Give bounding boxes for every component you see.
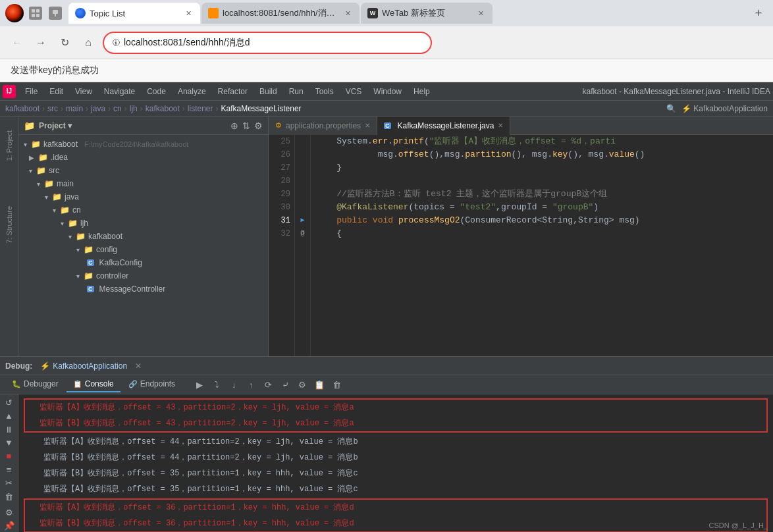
tab-group-icon[interactable] — [29, 7, 42, 20]
debug-btn-6[interactable]: ⚙ — [295, 377, 309, 392]
debug-stop-btn[interactable]: ■ — [2, 451, 16, 462]
file-tree: ▾ 📁 kafkaboot F:\myCode2024\kafka\kafkab… — [18, 135, 268, 356]
debug-pause-btn[interactable]: ⏸ — [2, 424, 16, 435]
new-tab-button[interactable]: + — [749, 4, 768, 22]
menu-help[interactable]: Help — [408, 86, 435, 97]
line-num-29: 29 — [273, 188, 290, 201]
debug-tab-endpoints[interactable]: 🔗Endpoints — [122, 377, 182, 392]
debug-step-out-btn[interactable]: ↑ — [244, 377, 258, 392]
tree-ljh[interactable]: ▾ 📁 ljh — [18, 217, 268, 230]
breadcrumb-listener[interactable]: listener — [188, 104, 213, 113]
editor-tab-properties[interactable]: ⚙ application.properties ✕ — [269, 117, 377, 135]
menu-file[interactable]: File — [20, 86, 43, 97]
debug-resume-btn[interactable]: ▶ — [192, 377, 207, 392]
debug-tab-debugger[interactable]: 🐛Debugger — [5, 377, 65, 392]
tab-close-java[interactable]: ✕ — [498, 122, 503, 129]
debug-btn-8[interactable]: 🗑 — [329, 377, 344, 392]
tree-config[interactable]: ▾ 📁 config — [18, 243, 268, 256]
menu-tools[interactable]: Tools — [310, 86, 339, 97]
debug-app-name[interactable]: ⚡ KafkabootApplication — [40, 361, 127, 371]
menu-vcs[interactable]: VCS — [340, 86, 367, 97]
debug-tabs: 🐛Debugger 📋Console 🔗Endpoints — [0, 375, 187, 394]
debug-down-btn[interactable]: ▼ — [2, 437, 16, 448]
menu-window[interactable]: Window — [368, 86, 407, 97]
debug-btn-5[interactable]: ⤶ — [278, 377, 292, 392]
tree-controller[interactable]: ▾ 📁 controller — [18, 269, 268, 282]
gutter-run-icon[interactable]: ▶ — [295, 214, 310, 227]
tree-main[interactable]: ▾ 📁 main — [18, 177, 268, 190]
panel-settings-icon[interactable]: ⚙ — [254, 120, 263, 131]
svg-rect-1 — [36, 9, 40, 13]
menu-edit[interactable]: Edit — [44, 86, 68, 97]
debug-settings-btn[interactable]: ⚙ — [2, 507, 16, 518]
tree-java[interactable]: ▾ 📁 java — [18, 190, 268, 203]
breadcrumb-action-1[interactable]: 🔍 — [666, 104, 676, 113]
menu-analyze[interactable]: Analyze — [173, 86, 211, 97]
tree-idea[interactable]: ▶ 📁 .idea — [18, 151, 268, 164]
tab-label-3: WeTab 新标签页 — [382, 7, 471, 19]
properties-file-icon: ⚙ — [275, 121, 282, 130]
debug-list-btn[interactable]: ≡ — [2, 464, 16, 475]
panel-add-icon[interactable]: ⊕ — [230, 120, 238, 131]
tab-close-1[interactable]: ✕ — [183, 8, 194, 18]
tab-close-3[interactable]: ✕ — [475, 8, 486, 18]
breadcrumb-kafkaboot2[interactable]: kafkaboot — [146, 104, 180, 113]
debug-step-over-btn[interactable]: ⤵ — [209, 377, 224, 392]
breadcrumb-src[interactable]: src — [47, 104, 58, 113]
debug-side-panel: ↺ ▲ ⏸ ▼ ■ ≡ ✂ 🗑 ⚙ 📌 — [0, 394, 18, 532]
tree-src[interactable]: ▾ 📁 src — [18, 164, 268, 177]
tab-close-properties[interactable]: ✕ — [365, 122, 370, 129]
breadcrumb-java[interactable]: java — [91, 104, 105, 113]
ide-area: IJ File Edit View Navigate Code Analyze … — [0, 82, 773, 532]
code-content[interactable]: System.err.printf("监听器【A】收到消息，offset = %… — [311, 135, 773, 356]
debug-btn-4[interactable]: ⟳ — [261, 377, 275, 392]
tree-cn[interactable]: ▾ 📁 cn — [18, 203, 268, 217]
breadcrumb-kafkaboot[interactable]: kafkaboot — [5, 104, 40, 113]
debug-close-button[interactable]: ✕ — [135, 361, 142, 371]
watermark: CSDN @_L_J_H_ — [709, 521, 768, 529]
ide-main: 1: Project 7: Structure 📁 Project ▾ ⊕ ⇅ … — [0, 117, 773, 356]
tab-topic-list[interactable]: Topic List ✕ — [68, 3, 200, 24]
side-tab-project[interactable]: 1: Project — [1, 119, 17, 172]
debug-btn-7[interactable]: 📋 — [312, 377, 327, 392]
console-output[interactable]: 监听器【A】收到消息，offset = 43，partition=2，key =… — [18, 394, 773, 532]
panel-sync-icon[interactable]: ⇅ — [242, 120, 250, 131]
tree-messagecontroller[interactable]: C MessageController — [18, 282, 268, 296]
breadcrumb-main[interactable]: main — [66, 104, 83, 113]
console-line-5: 监听器【B】收到消息，offset = 35，partition=1，key =… — [24, 466, 768, 481]
forward-button[interactable]: → — [32, 34, 50, 52]
debug-scissor-btn[interactable]: ✂ — [2, 477, 16, 488]
debug-up-btn[interactable]: ▲ — [2, 410, 16, 421]
svg-rect-0 — [32, 9, 35, 13]
back-button[interactable]: ← — [8, 34, 26, 52]
menu-view[interactable]: View — [70, 86, 97, 97]
breadcrumb-ljh[interactable]: ljh — [130, 104, 138, 113]
menu-build[interactable]: Build — [254, 86, 282, 97]
menu-code[interactable]: Code — [142, 86, 171, 97]
menu-navigate[interactable]: Navigate — [99, 86, 140, 97]
breadcrumb-cn[interactable]: cn — [113, 104, 122, 113]
tab-close-2[interactable]: ✕ — [342, 8, 353, 18]
debug-pin-btn[interactable]: 📌 — [2, 521, 16, 531]
tab-localhost[interactable]: localhost:8081/send/hhh/消息d ✕ — [201, 3, 360, 24]
url-bar[interactable]: 🛈 localhost:8081/send/hhh/消息d — [103, 32, 432, 54]
home-button[interactable]: ⌂ — [79, 34, 97, 52]
breadcrumb-kafkaboot-app[interactable]: ⚡ KafkabootApplication — [681, 104, 768, 113]
tree-kafkaboot[interactable]: ▾ 📁 kafkaboot — [18, 230, 268, 243]
tree-kafkaconfig[interactable]: C KafkaConfig — [18, 256, 268, 269]
editor-tab-java[interactable]: C KafkaMessageListener.java ✕ — [377, 117, 510, 135]
debug-step-into-btn[interactable]: ↓ — [227, 377, 241, 392]
side-tab-structure[interactable]: 7: Structure — [1, 198, 17, 251]
tree-arrow-root: ▾ — [24, 141, 27, 148]
url-text: localhost:8081/send/hhh/消息d — [124, 37, 423, 49]
reload-button[interactable]: ↻ — [55, 34, 74, 52]
menu-refactor[interactable]: Refactor — [213, 86, 253, 97]
debug-tab-console[interactable]: 📋Console — [67, 377, 120, 392]
menu-run[interactable]: Run — [284, 86, 309, 97]
tab-wetab[interactable]: W WeTab 新标签页 ✕ — [361, 3, 493, 24]
tab-pin-icon[interactable] — [49, 7, 62, 20]
breadcrumb-current-file[interactable]: KafkaMessageListener — [221, 104, 302, 113]
tree-root[interactable]: ▾ 📁 kafkaboot F:\myCode2024\kafka\kafkab… — [18, 138, 268, 151]
debug-restart-btn[interactable]: ↺ — [2, 397, 16, 408]
debug-trash-btn[interactable]: 🗑 — [2, 491, 16, 502]
